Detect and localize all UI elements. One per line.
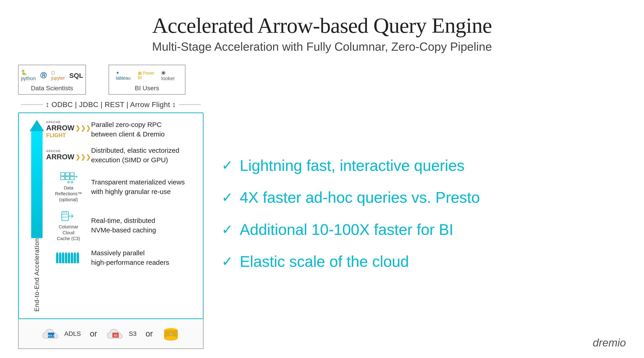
protocol-text: ↕ ODBC | JDBC | REST | Arrow Flight ↕ bbox=[46, 101, 176, 109]
arrow-head bbox=[30, 120, 44, 131]
svg-marker-7 bbox=[76, 176, 78, 177]
benefit-4: ✓ Elastic scale of the cloud bbox=[222, 252, 626, 271]
arrow-flight-logo: APACHE ARROW ❯❯❯ FLIGHT bbox=[46, 120, 91, 139]
page-subtitle: Multi-Stage Acceleration with Fully Colu… bbox=[152, 40, 492, 53]
svg-text:🐘: 🐘 bbox=[169, 332, 173, 336]
engine-box: End-to-End Acceleration APACHE ARROW ❯❯❯ bbox=[18, 113, 204, 319]
data-scientists-label: Data Scientists bbox=[31, 85, 73, 92]
svg-rect-4 bbox=[65, 177, 70, 180]
svg-rect-23 bbox=[71, 254, 73, 263]
feature-text-5: Massively parallelhigh-performance reade… bbox=[91, 248, 169, 267]
s3-cloud-svg: S3 bbox=[106, 326, 126, 342]
cache-svg bbox=[60, 209, 78, 223]
arrow-logo-chevrons: ❯❯❯ bbox=[75, 153, 91, 161]
svg-rect-0 bbox=[60, 173, 65, 176]
svg-rect-19 bbox=[59, 254, 61, 263]
page-title: Accelerated Arrow-based Query Engine bbox=[152, 14, 492, 38]
arrow-logo-word: ARROW bbox=[46, 153, 74, 161]
storage-s3: S3 S3 bbox=[106, 326, 136, 342]
svg-marker-32 bbox=[74, 252, 76, 254]
dotted-line-left bbox=[21, 104, 42, 105]
features-col: APACHE ARROW ❯❯❯ FLIGHT Parallel zero-co… bbox=[48, 120, 196, 312]
check-icon-4: ✓ bbox=[222, 255, 233, 268]
python-logo: 🐍 python bbox=[21, 70, 36, 82]
data-scientists-box: 🐍 python Ⓡ ⬡ jupyter SQL Data Scientists bbox=[18, 65, 86, 95]
arrow-logo: APACHE ARROW ❯❯❯ bbox=[46, 149, 91, 161]
arrow-flight-icon: APACHE ARROW ❯❯❯ FLIGHT bbox=[53, 120, 84, 139]
svg-rect-3 bbox=[60, 177, 65, 180]
arrow-logo-apache: APACHE bbox=[46, 149, 61, 153]
looker-logo: ◉ looker bbox=[161, 70, 178, 82]
content-row: 🐍 python Ⓡ ⬡ jupyter SQL Data Scientists… bbox=[18, 65, 626, 349]
cache-icon-container: Columnar CloudCache (C3) bbox=[53, 209, 84, 241]
svg-marker-30 bbox=[68, 252, 70, 254]
svg-rect-10 bbox=[62, 212, 68, 221]
svg-rect-25 bbox=[77, 254, 79, 263]
s3-label: S3 bbox=[129, 330, 136, 337]
svg-rect-2 bbox=[70, 173, 74, 176]
header: Accelerated Arrow-based Query Engine Mul… bbox=[152, 14, 492, 53]
or-2: or bbox=[146, 329, 153, 338]
dremio-brand: dremio bbox=[593, 336, 626, 349]
benefit-text-3: Additional 10-100X faster for BI bbox=[240, 220, 454, 239]
clients-spacer bbox=[95, 65, 108, 95]
feature-row-arrow: APACHE ARROW ❯❯❯ Distributed, elastic ve… bbox=[53, 146, 196, 165]
svg-marker-31 bbox=[71, 252, 73, 254]
svg-rect-20 bbox=[62, 254, 64, 263]
svg-marker-33 bbox=[77, 252, 79, 254]
feature-row-arrow-flight: APACHE ARROW ❯❯❯ FLIGHT Parallel zero-co… bbox=[53, 120, 196, 139]
reflections-icon-container bbox=[60, 172, 78, 184]
r-logo: Ⓡ bbox=[40, 71, 46, 80]
check-icon-3: ✓ bbox=[222, 223, 233, 236]
adls-cloud-svg: ADLS bbox=[42, 326, 62, 342]
svg-marker-29 bbox=[65, 252, 67, 254]
storage-adls: ADLS ADLS bbox=[42, 326, 81, 342]
svg-marker-16 bbox=[72, 215, 74, 217]
svg-rect-1 bbox=[65, 173, 70, 176]
benefit-3: ✓ Additional 10-100X faster for BI bbox=[222, 220, 626, 239]
svg-marker-27 bbox=[59, 252, 61, 254]
apache-label: APACHE bbox=[46, 120, 61, 124]
svg-point-14 bbox=[66, 212, 67, 213]
svg-point-9 bbox=[71, 181, 73, 183]
arrow-flight-text: ARROW ❯❯❯ bbox=[46, 124, 91, 132]
svg-point-8 bbox=[68, 181, 70, 183]
svg-marker-26 bbox=[56, 252, 58, 254]
reflections-svg bbox=[60, 172, 78, 184]
check-icon-1: ✓ bbox=[222, 159, 233, 172]
svg-rect-21 bbox=[65, 254, 67, 263]
feature-text-2: Distributed, elastic vectorizedexecution… bbox=[91, 146, 179, 165]
benefit-text-4: Elastic scale of the cloud bbox=[240, 252, 409, 271]
left-panel: 🐍 python Ⓡ ⬡ jupyter SQL Data Scientists… bbox=[18, 65, 204, 349]
bi-users-label: BI Users bbox=[135, 85, 159, 92]
readers-icon-container bbox=[53, 251, 84, 264]
arrow-col: End-to-End Acceleration bbox=[26, 120, 48, 312]
svg-text:ADLS: ADLS bbox=[48, 334, 54, 337]
adls-label: ADLS bbox=[64, 330, 81, 337]
readers-svg bbox=[55, 251, 82, 264]
dotted-line-right bbox=[179, 104, 200, 105]
svg-rect-24 bbox=[74, 254, 76, 263]
sql-logo: SQL bbox=[69, 72, 83, 79]
benefit-1: ✓ Lightning fast, interactive queries bbox=[222, 156, 626, 175]
right-panel: ✓ Lightning fast, interactive queries ✓ … bbox=[222, 65, 626, 349]
svg-point-40 bbox=[164, 336, 178, 340]
or-1: or bbox=[90, 329, 97, 338]
svg-rect-18 bbox=[56, 254, 58, 263]
protocol-bar: ↕ ODBC | JDBC | REST | Arrow Flight ↕ bbox=[18, 101, 204, 109]
svg-rect-22 bbox=[68, 254, 70, 263]
svg-marker-28 bbox=[62, 252, 64, 254]
cache-label: Columnar CloudCache (C3) bbox=[53, 224, 84, 241]
benefit-text-2: 4X faster ad-hoc queries vs. Presto bbox=[240, 188, 480, 207]
page-wrapper: Accelerated Arrow-based Query Engine Mul… bbox=[0, 0, 644, 358]
feature-text-3: Transparent materialized viewswith highl… bbox=[91, 177, 185, 196]
data-scientists-logos: 🐍 python Ⓡ ⬡ jupyter SQL bbox=[21, 70, 83, 82]
bi-users-logos: ✦ tableau ▦ Power BI ◉ looker bbox=[116, 70, 178, 82]
feature-row-reflections: Data Reflections™(optional) Transparent … bbox=[53, 172, 196, 203]
feature-text-4: Real-time, distributedNVMe-based caching bbox=[91, 216, 156, 235]
check-icon-2: ✓ bbox=[222, 191, 233, 204]
arrow-word: ARROW bbox=[46, 124, 74, 132]
arrow-icon: APACHE ARROW ❯❯❯ bbox=[53, 149, 84, 161]
svg-rect-5 bbox=[70, 177, 74, 180]
arrow-label: End-to-End Acceleration bbox=[33, 238, 40, 312]
